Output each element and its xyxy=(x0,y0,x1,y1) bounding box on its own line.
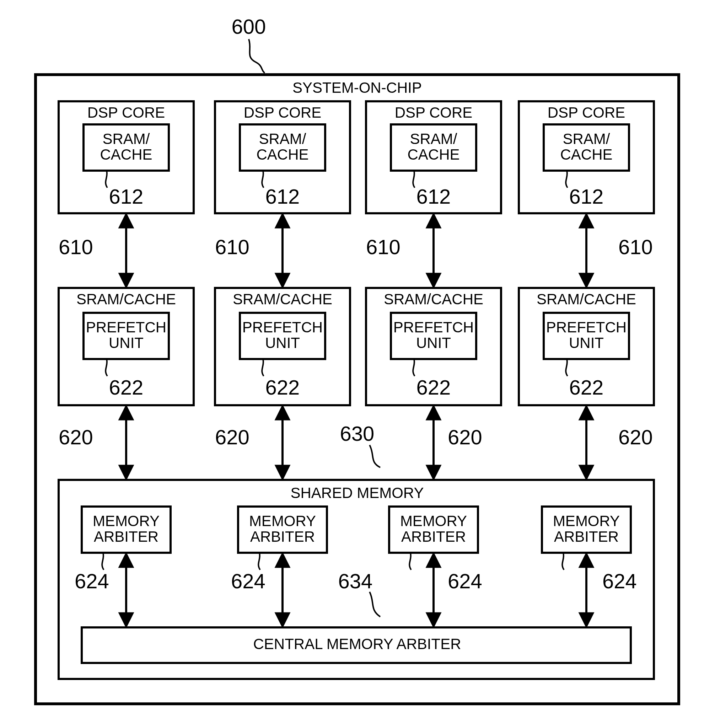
dsp-core-title: DSP CORE xyxy=(87,104,165,121)
sram-cache-label-2: CACHE xyxy=(407,146,460,163)
central-arbiter-label: CENTRAL MEMORY ARBITER xyxy=(253,636,461,652)
svg-text:DSP CORE: DSP CORE xyxy=(548,104,626,121)
arbiter-label-2: ARBITER xyxy=(94,528,158,545)
prefetch-label-1: PREFETCH xyxy=(242,319,323,335)
svg-text:624: 624 xyxy=(75,569,109,592)
prefetch-label-1: PREFETCH xyxy=(546,319,626,335)
svg-text:620: 620 xyxy=(215,426,249,449)
svg-text:622: 622 xyxy=(416,376,451,399)
svg-text:DSP CORE: DSP CORE xyxy=(244,104,321,121)
arbiter-label-1: MEMORY xyxy=(553,513,620,529)
svg-text:DSP CORE: DSP CORE xyxy=(395,104,473,121)
prefetch-label-2: UNIT xyxy=(109,334,143,351)
sram-cache-block: SRAM/CACHE PREFETCH UNIT 622 xyxy=(59,288,194,405)
arbiter-label-1: MEMORY xyxy=(400,513,467,529)
prefetch-label-2: UNIT xyxy=(265,334,300,351)
dsp-core: DSP CORE SRAM/ CACHE 612 xyxy=(215,101,350,213)
svg-text:SRAM/CACHE: SRAM/CACHE xyxy=(384,291,483,308)
ref-610: 610 xyxy=(59,235,93,258)
inner-ref: 612 xyxy=(109,185,143,208)
arbiter-label-2: ARBITER xyxy=(250,528,315,545)
ref-634: 634 xyxy=(338,569,373,592)
sram-cache-block: SRAM/CACHE PREFETCH UNIT 622 xyxy=(215,288,350,405)
sram-cache-label-2: CACHE xyxy=(560,146,612,163)
svg-text:624: 624 xyxy=(448,569,482,592)
sram-cache-label-1: SRAM/ xyxy=(103,130,149,147)
svg-text:610: 610 xyxy=(215,235,249,258)
ref-630: 630 xyxy=(340,422,374,445)
sram-cache-block: SRAM/CACHE PREFETCH UNIT 622 xyxy=(519,288,654,405)
svg-text:622: 622 xyxy=(265,376,300,399)
dsp-core: DSP CORE SRAM/ CACHE 612 xyxy=(366,101,501,213)
svg-text:620: 620 xyxy=(618,426,653,449)
svg-text:622: 622 xyxy=(569,376,604,399)
prefetch-label-1: PREFETCH xyxy=(86,319,166,335)
arbiter-label-2: ARBITER xyxy=(401,528,466,545)
prefetch-label-2: UNIT xyxy=(416,334,451,351)
svg-text:624: 624 xyxy=(231,569,265,592)
svg-text:612: 612 xyxy=(569,185,604,208)
svg-text:622: 622 xyxy=(109,376,143,399)
svg-text:SRAM/CACHE: SRAM/CACHE xyxy=(233,291,332,308)
sram-cache-label-2: CACHE xyxy=(256,146,308,163)
svg-text:612: 612 xyxy=(265,185,300,208)
soc-title: SYSTEM-ON-CHIP xyxy=(293,79,422,96)
svg-text:SRAM/CACHE: SRAM/CACHE xyxy=(537,291,636,308)
arbiter-label-1: MEMORY xyxy=(93,513,160,529)
fig-ref: 600 xyxy=(232,15,266,38)
svg-text:SRAM/CACHE: SRAM/CACHE xyxy=(76,291,176,308)
prefetch-label-1: PREFETCH xyxy=(394,319,474,335)
dsp-core: DSP CORE SRAM/ CACHE 612 xyxy=(59,101,194,213)
svg-text:610: 610 xyxy=(366,235,401,258)
svg-text:620: 620 xyxy=(448,426,482,449)
svg-text:612: 612 xyxy=(416,185,451,208)
sram-cache-label-1: SRAM/ xyxy=(410,130,457,147)
prefetch-label-2: UNIT xyxy=(569,334,604,351)
sram-cache-label-1: SRAM/ xyxy=(259,130,306,147)
arbiter-label-1: MEMORY xyxy=(249,513,316,529)
dsp-core: DSP CORE SRAM/ CACHE 612 xyxy=(519,101,654,213)
shared-memory-title: SHARED MEMORY xyxy=(291,485,424,501)
svg-text:620: 620 xyxy=(59,426,93,449)
sram-cache-label-2: CACHE xyxy=(100,146,152,163)
arbiter-label-2: ARBITER xyxy=(554,528,619,545)
sram-cache-block: SRAM/CACHE PREFETCH UNIT 622 xyxy=(366,288,501,405)
sram-cache-label-1: SRAM/ xyxy=(563,130,610,147)
svg-text:624: 624 xyxy=(602,569,637,592)
svg-text:610: 610 xyxy=(618,235,653,258)
